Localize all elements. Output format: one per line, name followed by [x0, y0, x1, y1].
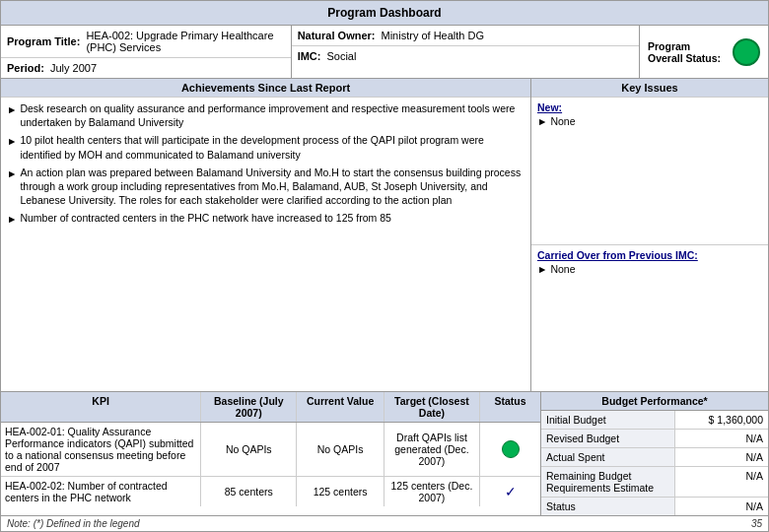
budget-row-1: Revised Budget N/A [541, 430, 768, 448]
footer-note: Note: (*) Defined in the legend [7, 518, 140, 529]
kpi-row1-status [480, 423, 540, 476]
bullet-arrow-icon: ► [7, 134, 17, 161]
kpi-col-header-target: Target (Closest Date) [384, 392, 480, 422]
period-label: Period: [7, 62, 44, 74]
kpi-row2-status: ✓ [480, 477, 540, 506]
imc-value: Social [326, 50, 356, 62]
kpi-col-header-current: Current Value [297, 392, 384, 422]
new-issues-section: New: ► None [531, 98, 768, 245]
bullet-arrow-icon: ► [537, 115, 547, 127]
key-issues-header: Key Issues [531, 79, 768, 98]
imc-label: IMC: [298, 50, 321, 62]
overall-status-indicator [733, 38, 760, 66]
footer-page: 35 [751, 518, 762, 529]
kpi-row2-current: 125 centers [297, 477, 384, 506]
carried-issue-item: ► None [537, 263, 762, 275]
kpi-col-header-status: Status [480, 392, 540, 422]
kpi-header: KPI Baseline (July 2007) Current Value T… [1, 392, 540, 423]
budget-label-actual: Actual Spent [541, 448, 675, 466]
kpi-row1-target: Draft QAPIs list generated (Dec. 2007) [384, 423, 480, 476]
budget-value-actual: N/A [675, 448, 768, 466]
budget-header: Budget Performance* [541, 392, 768, 411]
budget-value-status: N/A [675, 498, 768, 515]
natural-owner-value: Ministry of Health DG [382, 30, 485, 41]
achievement-item-4: ► Number of contracted centers in the PH… [7, 211, 524, 226]
new-issues-label: New: [537, 101, 762, 113]
budget-label-remaining: Remaining Budget Requirements Estimate [541, 467, 675, 497]
budget-label-initial: Initial Budget [541, 411, 675, 429]
carried-issues-label: Carried Over from Previous IMC: [537, 249, 762, 261]
budget-row-3: Remaining Budget Requirements Estimate N… [541, 467, 768, 498]
bullet-arrow-icon: ► [7, 212, 17, 226]
status-green-circle [502, 440, 520, 458]
kpi-row2-target: 125 centers (Dec. 2007) [384, 477, 480, 506]
budget-row-4: Status N/A [541, 498, 768, 515]
kpi-row1-kpi: HEA-002-01: Quality Assurance Performanc… [1, 423, 201, 476]
budget-value-revised: N/A [675, 430, 768, 447]
kpi-row2-kpi: HEA-002-02: Number of contracted centers… [1, 477, 201, 506]
bullet-arrow-icon: ► [7, 166, 17, 208]
program-title-label: Program Title: [7, 35, 80, 47]
budget-value-remaining: N/A [675, 467, 768, 497]
program-overall-status-label: Program Overall Status: [648, 40, 725, 64]
achievement-item-2: ► 10 pilot health centers that will part… [7, 133, 524, 161]
budget-label-revised: Revised Budget [541, 430, 675, 447]
kpi-row1-current: No QAPIs [297, 423, 384, 476]
kpi-row2-baseline: 85 centers [201, 477, 297, 506]
kpi-row1-baseline: No QAPIs [201, 423, 297, 476]
kpi-col-header-baseline: Baseline (July 2007) [201, 392, 297, 422]
new-issue-item: ► None [537, 115, 762, 127]
bullet-arrow-icon: ► [7, 102, 17, 129]
budget-value-initial: $ 1,360,000 [675, 411, 768, 429]
kpi-col-header-kpi: KPI [1, 392, 201, 422]
bullet-arrow-icon: ► [537, 263, 547, 275]
achievements-content: ► Desk research on quality assurance and… [1, 98, 530, 391]
checkmark-icon: ✓ [505, 484, 517, 499]
natural-owner-label: Natural Owner: [298, 30, 376, 41]
period-value: July 2007 [50, 62, 97, 74]
kpi-row-2: HEA-002-02: Number of contracted centers… [1, 477, 540, 506]
budget-row-2: Actual Spent N/A [541, 448, 768, 467]
carried-issues-section: Carried Over from Previous IMC: ► None [531, 245, 768, 392]
budget-row-0: Initial Budget $ 1,360,000 [541, 411, 768, 430]
budget-label-status: Status [541, 498, 675, 515]
achievements-header: Achievements Since Last Report [1, 79, 530, 98]
footer: Note: (*) Defined in the legend 35 [1, 516, 768, 531]
program-title-value: HEA-002: Upgrade Primary Healthcare (PHC… [86, 30, 284, 53]
kpi-row-1: HEA-002-01: Quality Assurance Performanc… [1, 423, 540, 477]
achievement-item-1: ► Desk research on quality assurance and… [7, 101, 524, 129]
dashboard-title: Program Dashboard [1, 1, 768, 26]
achievement-item-3: ► An action plan was prepared between Ba… [7, 166, 524, 208]
